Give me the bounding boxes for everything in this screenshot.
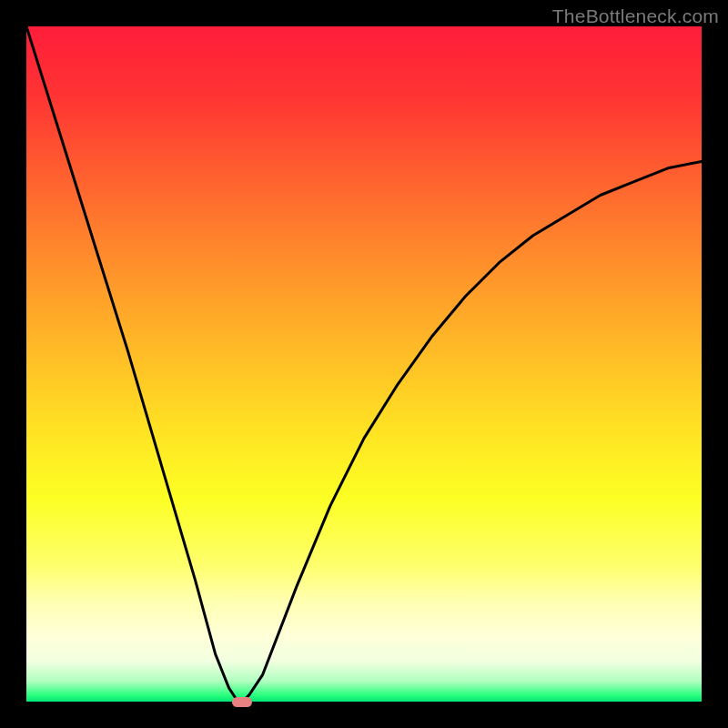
plot-area	[26, 26, 702, 702]
watermark-text: TheBottleneck.com	[552, 5, 719, 27]
chart-container: TheBottleneck.com	[0, 0, 728, 728]
bottleneck-curve	[26, 26, 702, 702]
optimal-marker	[232, 697, 252, 707]
